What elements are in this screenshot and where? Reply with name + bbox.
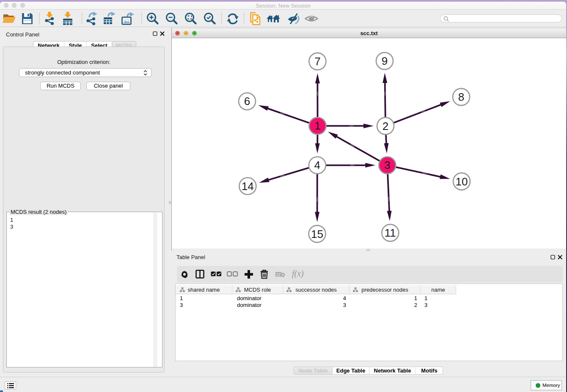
svg-text:11: 11 <box>385 226 396 239</box>
svg-text:1: 1 <box>314 119 320 132</box>
svg-text:10: 10 <box>456 175 468 188</box>
svg-text:9: 9 <box>382 55 388 67</box>
svg-text:3: 3 <box>384 159 390 171</box>
svg-text:8: 8 <box>458 91 464 103</box>
svg-text:7: 7 <box>314 55 320 68</box>
svg-text:14: 14 <box>242 180 254 193</box>
svg-text:15: 15 <box>311 228 323 240</box>
svg-text:4: 4 <box>314 159 320 171</box>
svg-text:2: 2 <box>383 120 388 133</box>
svg-text:6: 6 <box>244 95 250 108</box>
